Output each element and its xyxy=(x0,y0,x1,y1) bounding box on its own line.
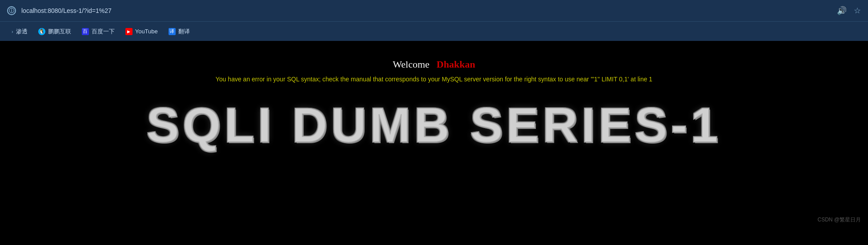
main-content: Welcome Dhakkan You have an error in you… xyxy=(0,41,868,227)
read-aloud-icon[interactable]: 🔊 xyxy=(837,6,847,16)
bookmark-youtube[interactable]: ▶ YouTube xyxy=(121,26,162,37)
csdn-watermark: CSDN @繁星日月 xyxy=(817,216,861,224)
bookmark-pengpeng-label: 鹏鹏互联 xyxy=(48,28,71,36)
error-message: You have an error in your SQL syntax; ch… xyxy=(216,76,652,83)
welcome-label: Welcome xyxy=(393,59,430,70)
bookmark-baidu-label: 百度一下 xyxy=(92,28,115,36)
translate-icon: 译 xyxy=(169,28,176,35)
bookmark-pengpeng[interactable]: 🐧 鹏鹏互联 xyxy=(34,26,76,37)
info-icon[interactable]: ⓘ xyxy=(7,6,16,15)
youtube-icon: ▶ xyxy=(125,28,133,35)
address-bar[interactable]: localhost:8080/Less-1/?id=1%27 xyxy=(21,7,832,14)
bookmark-fanyi-label: 翻译 xyxy=(178,28,190,36)
bookmark-youtube-label: YouTube xyxy=(135,28,158,35)
expand-icon: › xyxy=(12,29,13,34)
baidu-icon: 百 xyxy=(82,28,89,35)
browser-chrome: ⓘ localhost:8080/Less-1/?id=1%27 🔊 ☆ › 渗… xyxy=(0,0,868,41)
browser-icons: 🔊 ☆ xyxy=(837,6,861,16)
address-bar-row: ⓘ localhost:8080/Less-1/?id=1%27 🔊 ☆ xyxy=(0,0,868,21)
bookmark-baidu[interactable]: 百 百度一下 xyxy=(77,26,119,37)
penguin-icon: 🐧 xyxy=(38,28,45,35)
bookmarks-bar: › 渗透 🐧 鹏鹏互联 百 百度一下 ▶ YouTube 译 翻译 xyxy=(0,21,868,41)
welcome-line: Welcome Dhakkan xyxy=(393,59,475,70)
bookmark-shentou-label: 渗透 xyxy=(16,28,28,36)
favorite-icon[interactable]: ☆ xyxy=(854,6,861,16)
username-display: Dhakkan xyxy=(437,59,475,70)
bookmark-shentou[interactable]: › 渗透 xyxy=(7,26,32,37)
bookmark-fanyi[interactable]: 译 翻译 xyxy=(164,26,194,37)
big-title: SQLI DUMB SERIES-1 xyxy=(146,100,721,149)
